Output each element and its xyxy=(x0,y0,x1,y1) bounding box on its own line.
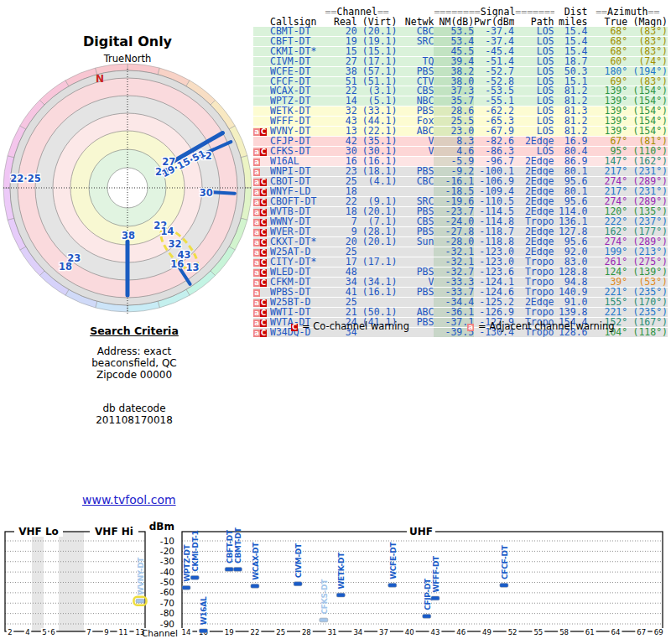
channel-tick-label: 43 xyxy=(431,628,440,636)
channel-tick-label: 34 xyxy=(353,628,362,636)
station-marker xyxy=(136,599,144,603)
co-channel-warning-badge: C xyxy=(260,229,267,236)
channel-tick-label: 9 xyxy=(104,628,108,636)
azimuth-header: Azimuth xyxy=(607,7,648,17)
truenorth-label: TrueNorth xyxy=(103,53,152,65)
station-marker xyxy=(199,629,207,633)
channel-tick-label: 4 xyxy=(25,628,29,636)
table-row: CFJP-DT42(35.1)V8.3-82.62Edge16.967°(81°… xyxy=(253,137,668,147)
adjacent-warning-badge: a xyxy=(253,179,260,186)
station-label: CBFT-DT xyxy=(226,529,234,564)
station-marker xyxy=(233,568,242,572)
channel-tick-label: 5 xyxy=(42,628,46,636)
channel-tick-label: 37 xyxy=(379,628,388,636)
co-channel-warning-badge: C xyxy=(260,239,267,247)
adjacent-warning-badge: a xyxy=(253,209,260,216)
adjacent-channel-legend: a= Adjacent channel warning xyxy=(467,320,615,332)
adjacent-warning-badge: a xyxy=(253,128,260,136)
band-title: VHF Hi xyxy=(95,526,133,538)
station-marker xyxy=(423,614,431,618)
co-channel-legend: C= Co-channel warning xyxy=(291,320,409,332)
channel-tick-label: 55 xyxy=(533,628,543,636)
search-address-line: Address: exact xyxy=(8,345,260,357)
radar-channel-label: 14 xyxy=(161,226,174,237)
table-row: aCWWNY-DT7(7.1)CBS-24.0-114.8Tropo136.12… xyxy=(253,216,668,226)
table-header-row-1: ==Channel== ========Signal======== Dist … xyxy=(253,7,668,17)
co-channel-warning-badge: C xyxy=(260,148,267,156)
dbm-tick-label: -20 xyxy=(160,546,174,556)
station-marker xyxy=(294,582,302,586)
channel-tick-label: 52 xyxy=(508,628,518,636)
channel-tick-label: 64 xyxy=(611,628,621,636)
table-row: aCCITY-DT*17(17.1)-32.1-123.0Tropo83.026… xyxy=(253,257,668,267)
band-title: VHF Lo xyxy=(18,526,59,538)
table-row: CBMT-DT20(20.1)CBC53.5-37.4LOS15.468°(83… xyxy=(253,27,668,36)
co-channel-warning-badge: C xyxy=(260,299,267,307)
dbm-axis-title: dBm xyxy=(149,521,174,532)
adjacent-warning-badge: a xyxy=(253,169,260,176)
station-marker xyxy=(251,584,259,588)
table-row: CBFT-DT19(19.1)SRC53.4-37.4LOS15.468°(83… xyxy=(253,36,668,46)
station-label: WFFF-DT xyxy=(432,555,440,593)
channel-header: Channel xyxy=(336,7,377,17)
dbm-tick-label: -90 xyxy=(160,619,174,629)
channel-tick-label: 19 xyxy=(225,628,234,636)
dbm-tick-label: -70 xyxy=(160,598,174,608)
table-row: WPTZ-DT14(5.1)NBC35.7-55.1LOS81.2139°(15… xyxy=(253,96,668,106)
station-marker xyxy=(500,584,508,588)
radar-channel-label: 30 xyxy=(200,187,213,199)
db-datecode-value: 201108170018 xyxy=(8,414,260,426)
station-label: CBMT-DT xyxy=(234,527,242,564)
co-channel-warning-badge: C xyxy=(260,179,267,186)
table-row: aCCBOT-DT25(4.1)CBC-16.1-106.92Edge95.62… xyxy=(253,176,668,186)
table-row: aCCFKS-DT30(30.1)V4.6-86.3LOS80.495°(110… xyxy=(253,146,668,156)
channel-tick-label: 40 xyxy=(405,628,414,636)
station-label: CIVM-DT xyxy=(294,543,303,578)
search-city-line: beaconsfield, QC xyxy=(8,357,260,369)
search-zip-line: Zipcode 00000 xyxy=(8,369,260,381)
station-marker xyxy=(431,596,440,600)
station-label: CFKS-DT xyxy=(320,579,329,615)
co-channel-warning-badge: C xyxy=(260,189,267,196)
db-datecode-label: db datecode xyxy=(8,402,260,414)
radar-channel-label: 38 xyxy=(122,230,135,242)
channel-tick-label: 31 xyxy=(328,628,337,636)
channel-tick-label: 58 xyxy=(559,628,569,636)
channel-tick-label: 2 xyxy=(8,628,12,636)
table-row: aCCKXT-DT*20(20.1)Sun-28.0-118.82Edge95.… xyxy=(253,236,668,247)
spectrum-chart: VHF LoVHF Hi2456791113WVNY-DTUHF14161922… xyxy=(0,517,671,644)
channel-tick-label: 69 xyxy=(654,628,663,636)
station-marker xyxy=(182,585,190,589)
adjacent-channel-badge: a xyxy=(467,324,474,331)
channel-tick-label: 46 xyxy=(456,628,466,636)
dist-header: Dist xyxy=(554,7,588,17)
co-channel-warning-badge: C xyxy=(260,279,267,287)
co-channel-warning-badge: C xyxy=(260,309,267,317)
adjacent-warning-badge: a xyxy=(253,309,260,317)
table-row: WETK-DT32(33.1)PBS28.6-62.2LOS81.3139°(1… xyxy=(253,106,668,117)
co-channel-warning-badge: C xyxy=(260,128,267,136)
adjacent-warning-badge: a xyxy=(253,148,260,156)
station-label: CKMI-DT-1 xyxy=(191,531,200,572)
station-marker xyxy=(320,618,328,622)
dbm-tick-label: -50 xyxy=(160,577,174,587)
station-label: WCFE-DT xyxy=(389,542,398,579)
table-row: aCWWTI-DT21(50.1)ABC-36.1-126.9Tropo139.… xyxy=(253,307,668,317)
north-letter: N xyxy=(96,73,104,85)
station-label: WCAX-DT xyxy=(252,542,260,580)
table-row: aCWLED-DT48PBS-32.7-123.6Tropo128.8124°(… xyxy=(253,267,668,277)
adjacent-warning-badge: a xyxy=(253,269,260,277)
tvfool-link[interactable]: www.tvfool.com xyxy=(82,493,176,506)
table-row: CIVM-DT27(17.1)TQ39.4-51.4LOS18.760°(74°… xyxy=(253,56,668,66)
search-criteria: Search Criteria Address: exact beaconsfi… xyxy=(8,325,260,426)
table-row: WCFE-DT38(57.1)PBS38.2-52.7LOS50.3180°(1… xyxy=(253,66,668,76)
radar-channel-label: 16 xyxy=(170,258,184,270)
table-row: WFFF-DT43(44.1)Fox25.5-65.3LOS81.2139°(1… xyxy=(253,117,668,127)
unused-band xyxy=(59,532,84,631)
channel-tick-label: 6 xyxy=(50,628,55,636)
channel-tick-label: 25 xyxy=(276,628,285,636)
station-label: W16AL xyxy=(200,596,208,625)
radar-channel-label: 13 xyxy=(185,262,199,273)
station-label: WETK-DT xyxy=(337,552,346,589)
adjacent-warning-badge: a xyxy=(253,189,260,196)
